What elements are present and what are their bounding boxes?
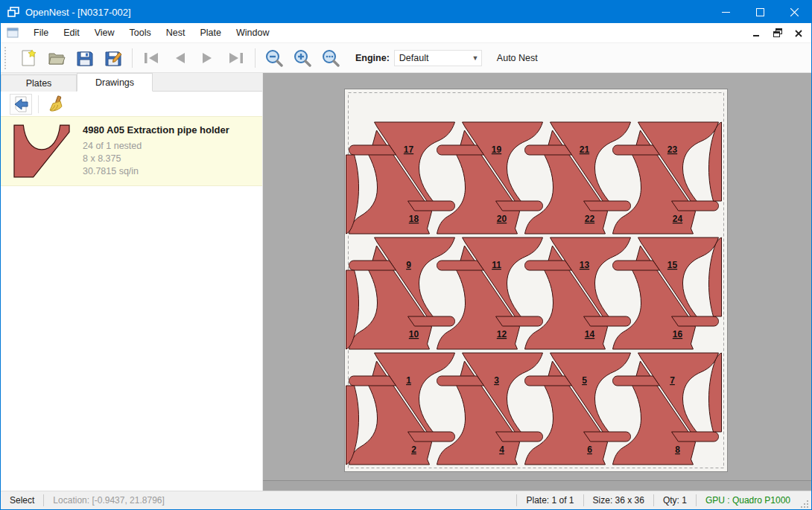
plate[interactable]: 171819202122232491011121314151612345678 [344, 89, 728, 472]
nested-part-top-ear[interactable] [437, 261, 484, 270]
part-number-label: 3 [494, 375, 499, 386]
part-number-label: 21 [580, 144, 590, 155]
toolbar-separator [38, 95, 39, 113]
nested-part-bottom-ear[interactable] [496, 316, 543, 326]
open-file-button[interactable] [45, 47, 68, 69]
go-previous-icon [171, 49, 188, 67]
nested-part-top-ear[interactable] [525, 376, 572, 386]
menu-bar: File Edit View Tools Nest Plate Window [1, 23, 811, 43]
nested-part-top-ear[interactable] [349, 376, 396, 386]
nested-part-top-ear[interactable] [613, 376, 660, 386]
chevron-down-icon: ▼ [469, 54, 481, 62]
zoom-fit-button[interactable] [320, 47, 342, 69]
back-arrow-button[interactable] [10, 94, 32, 115]
menu-edit[interactable]: Edit [56, 25, 87, 41]
part-number-label: 19 [492, 144, 502, 155]
part-number-label: 10 [409, 329, 419, 340]
nested-part-bottom-ear[interactable] [408, 201, 455, 211]
part-number-label: 8 [675, 444, 680, 455]
drawing-area: 30.7815 sq/in [83, 165, 229, 178]
app-window: OpenNest - [N0317-002] File Edit View To… [0, 0, 812, 510]
nested-part-top-ear[interactable] [613, 261, 660, 270]
nested-part-bottom-ear[interactable] [584, 316, 631, 326]
nested-part-bottom-ear[interactable] [584, 201, 631, 211]
menu-view[interactable]: View [87, 25, 122, 41]
go-next-button[interactable] [197, 47, 219, 69]
part-number-label: 7 [670, 375, 675, 386]
nested-part-top-ear[interactable] [613, 145, 660, 155]
part-number-label: 6 [587, 444, 592, 455]
tab-plates[interactable]: Plates [1, 74, 77, 92]
part-number-label: 24 [673, 214, 683, 224]
mode-indicator: Select [1, 494, 43, 506]
save-as-button[interactable] [102, 47, 124, 69]
nested-part-bottom-ear[interactable] [584, 432, 631, 442]
zoom-out-button[interactable] [263, 47, 285, 69]
broom-icon [47, 95, 65, 113]
nested-part-bottom-ear[interactable] [408, 316, 455, 326]
app-icon [7, 7, 19, 17]
nested-part-bottom-ear[interactable] [496, 201, 543, 211]
nested-part-bottom-ear[interactable] [496, 432, 543, 442]
toolbar-grip[interactable] [4, 47, 10, 69]
sidebar: Plates Drawings [1, 73, 263, 491]
go-previous-button[interactable] [168, 47, 191, 69]
mdi-restore-icon[interactable] [773, 28, 783, 37]
nested-part-top-ear[interactable] [437, 145, 484, 155]
nested-part-top-ear[interactable] [437, 376, 484, 386]
document-icon [7, 28, 19, 38]
nested-part-bottom-ear[interactable] [672, 432, 719, 442]
nested-part-top-ear[interactable] [525, 145, 572, 155]
menu-window[interactable]: Window [229, 25, 276, 41]
part-number-label: 22 [585, 214, 595, 224]
plate-indicator: Plate: 1 of 1 [517, 494, 583, 506]
save-button[interactable] [74, 47, 96, 69]
clean-button[interactable] [45, 94, 67, 115]
menu-nest[interactable]: Nest [159, 25, 193, 41]
sidebar-tabs: Plates Drawings [1, 73, 262, 92]
part-number-label: 9 [406, 260, 411, 270]
main-toolbar: Engine: Default ▼ Auto Nest [1, 43, 811, 73]
maximize-button[interactable] [743, 1, 777, 23]
mdi-close-icon[interactable] [793, 28, 804, 37]
minimize-button[interactable] [708, 1, 743, 23]
menu-file[interactable]: File [26, 25, 56, 41]
go-last-button[interactable] [225, 47, 247, 69]
part-number-label: 11 [492, 260, 501, 270]
nested-part-top-ear[interactable] [349, 145, 396, 155]
zoom-out-icon [265, 49, 283, 67]
zoom-fit-icon [322, 49, 340, 67]
new-file-button[interactable] [17, 47, 39, 69]
qty-indicator: Qty: 1 [654, 494, 696, 506]
open-folder-icon [48, 49, 66, 67]
nested-part-top-ear[interactable] [349, 261, 396, 270]
auto-nest-button[interactable]: Auto Nest [492, 50, 542, 66]
size-indicator: Size: 36 x 36 [584, 494, 653, 506]
sidebar-toolbar [1, 92, 262, 116]
menu-plate[interactable]: Plate [192, 25, 229, 41]
part-number-label: 14 [585, 329, 595, 340]
engine-combobox[interactable]: Default ▼ [394, 50, 482, 66]
part-number-label: 17 [404, 144, 414, 155]
drawing-nested-count: 24 of 1 nested [83, 140, 229, 153]
nested-part-bottom-ear[interactable] [672, 316, 719, 326]
mdi-minimize-icon[interactable] [752, 28, 762, 37]
nested-part-bottom-ear[interactable] [408, 432, 455, 442]
zoom-in-icon [294, 49, 311, 67]
part-number-label: 18 [409, 214, 419, 224]
close-button[interactable] [777, 1, 811, 23]
toolbar-separator [132, 48, 133, 68]
nested-part-top-ear[interactable] [525, 261, 572, 270]
engine-value: Default [395, 53, 469, 63]
nest-canvas[interactable]: 171819202122232491011121314151612345678 [263, 73, 811, 491]
drawing-list-item[interactable]: 4980 A05 Extraction pipe holder 24 of 1 … [1, 116, 262, 186]
gpu-indicator: GPU : Quadro P1000 [697, 494, 799, 506]
horizontal-scrollbar[interactable] [263, 480, 811, 491]
zoom-in-button[interactable] [291, 47, 314, 69]
menu-tools[interactable]: Tools [122, 25, 159, 41]
go-first-button[interactable] [140, 47, 162, 69]
nested-part-bottom-ear[interactable] [672, 201, 719, 211]
part-thumbnail [13, 124, 71, 178]
tab-drawings[interactable]: Drawings [77, 73, 153, 92]
resize-grip[interactable] [799, 499, 810, 509]
